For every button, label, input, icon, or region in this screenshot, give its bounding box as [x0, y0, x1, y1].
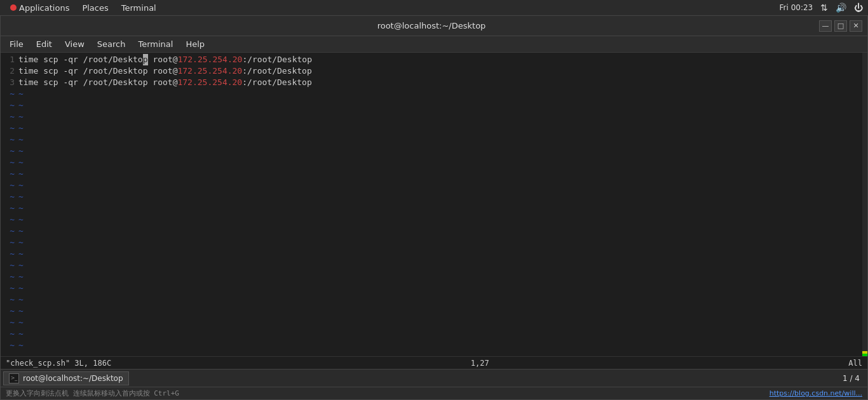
- taskbar: >_ root@localhost:~/Desktop 1 / 4: [1, 369, 867, 387]
- network-icon[interactable]: ⇅: [820, 3, 828, 13]
- code-line-3: time scp -qr /root/Desktop root@172.25.2…: [18, 77, 862, 88]
- tilde-10: ~: [18, 191, 862, 203]
- tilde-23: ~: [18, 340, 862, 351]
- menu-search[interactable]: Search: [91, 38, 132, 50]
- tilde-15: ~: [18, 248, 862, 260]
- cursor-position: 1,27: [471, 359, 489, 368]
- minimize-button[interactable]: —: [819, 20, 832, 32]
- taskbar-item-label: root@localhost:~/Desktop: [23, 374, 123, 383]
- tilde-11: ~: [18, 203, 862, 214]
- power-icon[interactable]: ⏻: [854, 3, 863, 13]
- menu-file[interactable]: File: [3, 38, 30, 50]
- window-title: root@localhost:~/Desktop: [44, 21, 819, 30]
- tilde-13: ~: [18, 225, 862, 237]
- red-dot-icon: [10, 4, 17, 11]
- scrollbar[interactable]: [862, 53, 867, 356]
- applications-menu[interactable]: Applications: [5, 2, 74, 14]
- tilde-22: ~: [18, 328, 862, 340]
- code-line-2: time scp -qr /root/Desktop root@172.25.2…: [18, 65, 862, 77]
- terminal-menu[interactable]: Terminal: [116, 2, 161, 14]
- menu-terminal[interactable]: Terminal: [132, 38, 179, 50]
- tilde-14: ~: [18, 237, 862, 248]
- title-bar: root@localhost:~/Desktop — □ ✕: [1, 16, 867, 36]
- view-mode: All: [848, 359, 862, 368]
- tilde-7: ~: [18, 157, 862, 168]
- line-num-1: 1: [1, 54, 15, 65]
- code-content[interactable]: time scp -qr /root/Desktop root@172.25.2…: [18, 53, 862, 356]
- terminal-small-icon: >_: [9, 373, 19, 383]
- places-menu[interactable]: Places: [77, 2, 113, 14]
- code-line-1: time scp -qr /root/Desktop root@172.25.2…: [18, 54, 862, 65]
- status-bar: "check_scp.sh" 3L, 186C 1,27 All: [1, 356, 867, 369]
- system-bar: Applications Places Terminal Fri 00:23 ⇅…: [0, 0, 868, 15]
- taskbar-left: >_ root@localhost:~/Desktop: [3, 371, 129, 385]
- tilde-3: ~: [18, 111, 862, 123]
- tilde-8: ~: [18, 168, 862, 180]
- maximize-button[interactable]: □: [834, 20, 847, 32]
- editor-area[interactable]: 1 2 3 ~ ~ ~ ~ ~ ~ ~ ~ ~ ~ ~ ~ ~ ~ ~ ~ ~ …: [1, 53, 867, 356]
- close-button[interactable]: ✕: [850, 20, 862, 32]
- tilde-19: ~: [18, 294, 862, 305]
- tilde-9: ~: [18, 180, 862, 191]
- hint-bar: 更换入字向刺法点机 连续鼠标移动入首内或按 Ctrl+G https://blo…: [1, 387, 867, 399]
- taskbar-pager: 1 / 4: [843, 374, 865, 383]
- hint-text: 更换入字向刺法点机 连续鼠标移动入首内或按 Ctrl+G: [6, 389, 179, 398]
- cursor: p: [143, 54, 148, 65]
- clock: Fri 00:23: [780, 3, 813, 12]
- tilde-12: ~: [18, 214, 862, 225]
- tilde-17: ~: [18, 271, 862, 283]
- tilde-21: ~: [18, 317, 862, 328]
- tilde-2: ~: [18, 100, 862, 111]
- menu-bar: File Edit View Search Terminal Help: [1, 36, 867, 53]
- menu-help[interactable]: Help: [179, 38, 211, 50]
- volume-icon[interactable]: 🔊: [836, 3, 846, 13]
- tilde-18: ~: [18, 283, 862, 294]
- system-bar-right: Fri 00:23 ⇅ 🔊 ⏻: [780, 3, 863, 13]
- hint-link[interactable]: https://blog.csdn.net/will...: [770, 389, 862, 397]
- tilde-5: ~: [18, 134, 862, 145]
- line-num-3: 3: [1, 77, 15, 88]
- tilde-16: ~: [18, 260, 862, 271]
- menu-edit[interactable]: Edit: [30, 38, 58, 50]
- line-num-2: 2: [1, 65, 15, 77]
- band-green: [862, 354, 867, 356]
- tilde-20: ~: [18, 305, 862, 317]
- terminal-window: root@localhost:~/Desktop — □ ✕ File Edit…: [0, 15, 868, 400]
- system-bar-left: Applications Places Terminal: [5, 2, 161, 14]
- tilde-6: ~: [18, 145, 862, 157]
- taskbar-terminal-item[interactable]: >_ root@localhost:~/Desktop: [3, 371, 129, 385]
- file-info: "check_scp.sh" 3L, 186C: [6, 359, 111, 368]
- tilde-1: ~: [18, 88, 862, 100]
- line-numbers: 1 2 3 ~ ~ ~ ~ ~ ~ ~ ~ ~ ~ ~ ~ ~ ~ ~ ~ ~ …: [1, 53, 18, 356]
- scrollbar-bands: [862, 351, 867, 356]
- menu-view[interactable]: View: [58, 38, 91, 50]
- tilde-4: ~: [18, 123, 862, 134]
- window-controls: — □ ✕: [819, 20, 862, 32]
- tilde-24: ~: [18, 351, 862, 356]
